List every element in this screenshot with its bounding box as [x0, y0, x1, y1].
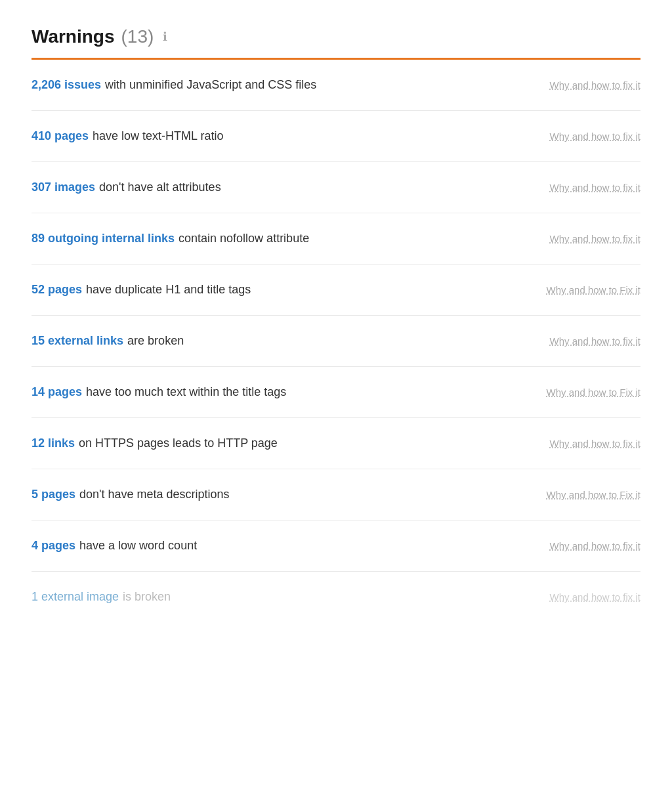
warning-description: are broken [127, 334, 184, 348]
fix-link[interactable]: Why and how to fix it [550, 540, 640, 551]
warning-description: on HTTPS pages leads to HTTP page [79, 436, 278, 450]
warning-description: don't have meta descriptions [79, 488, 230, 501]
warning-description: have too much text within the title tags [86, 385, 286, 399]
main-container: Warnings (13) ℹ 2,206 issues with unmini… [0, 0, 672, 648]
warning-text: 410 pages have low text-HTML ratio [32, 129, 539, 143]
fix-link[interactable]: Why and how to fix it [550, 233, 640, 244]
warning-text: 15 external links are broken [32, 334, 539, 348]
warning-count: (13) [121, 26, 154, 47]
warning-count-link[interactable]: 5 pages [32, 488, 75, 501]
warning-count-link[interactable]: 15 external links [32, 334, 123, 348]
warning-count-link[interactable]: 4 pages [32, 539, 75, 553]
fix-link[interactable]: Why and how to fix it [550, 131, 640, 142]
warning-count-link[interactable]: 12 links [32, 436, 75, 450]
warning-description: is broken [123, 590, 171, 604]
warning-text: 307 images don't have alt attributes [32, 180, 539, 194]
warning-count-link[interactable]: 52 pages [32, 283, 82, 297]
warning-item: 4 pages have a low word countWhy and how… [32, 520, 640, 572]
warning-text: 4 pages have a low word count [32, 539, 539, 553]
warning-count-link[interactable]: 1 external image [32, 590, 119, 604]
warning-text: 1 external image is broken [32, 590, 539, 604]
warning-count-link[interactable]: 410 pages [32, 129, 89, 143]
section-header: Warnings (13) ℹ [32, 26, 640, 47]
warning-count-link[interactable]: 2,206 issues [32, 78, 101, 92]
warning-item: 307 images don't have alt attributesWhy … [32, 162, 640, 213]
warning-count-link[interactable]: 307 images [32, 180, 95, 194]
warning-item: 52 pages have duplicate H1 and title tag… [32, 265, 640, 316]
warning-count-link[interactable]: 89 outgoing internal links [32, 232, 175, 245]
warning-text: 89 outgoing internal links contain nofol… [32, 232, 539, 245]
fix-link[interactable]: Why and how to Fix it [547, 284, 640, 295]
fix-link[interactable]: Why and how to fix it [550, 335, 640, 347]
warning-item: 410 pages have low text-HTML ratioWhy an… [32, 111, 640, 162]
fix-link[interactable]: Why and how to Fix it [547, 489, 640, 500]
warning-description: with unminified JavaScript and CSS files [105, 78, 316, 92]
warning-item: 1 external image is brokenWhy and how to… [32, 572, 640, 622]
warning-item: 2,206 issues with unminified JavaScript … [32, 60, 640, 111]
warning-count-link[interactable]: 14 pages [32, 385, 82, 399]
warning-text: 52 pages have duplicate H1 and title tag… [32, 283, 536, 297]
fix-link[interactable]: Why and how to fix it [550, 182, 640, 193]
warning-description: have duplicate H1 and title tags [86, 283, 251, 297]
warning-text: 12 links on HTTPS pages leads to HTTP pa… [32, 436, 539, 450]
fix-link[interactable]: Why and how to Fix it [547, 387, 640, 398]
info-icon[interactable]: ℹ [163, 30, 167, 44]
warning-item: 15 external links are brokenWhy and how … [32, 316, 640, 367]
warning-item: 14 pages have too much text within the t… [32, 367, 640, 418]
fix-link[interactable]: Why and how to fix it [550, 438, 640, 449]
warning-text: 5 pages don't have meta descriptions [32, 488, 536, 501]
section-title: Warnings [32, 26, 115, 47]
warning-text: 14 pages have too much text within the t… [32, 385, 536, 399]
warning-item: 5 pages don't have meta descriptionsWhy … [32, 469, 640, 520]
warnings-list: 2,206 issues with unminified JavaScript … [32, 60, 640, 622]
warning-item: 89 outgoing internal links contain nofol… [32, 213, 640, 265]
fix-link[interactable]: Why and how to fix it [550, 591, 640, 603]
warning-text: 2,206 issues with unminified JavaScript … [32, 78, 539, 92]
fix-link[interactable]: Why and how to fix it [550, 79, 640, 91]
warning-description: contain nofollow attribute [178, 232, 309, 245]
warning-description: don't have alt attributes [99, 180, 221, 194]
warning-item: 12 links on HTTPS pages leads to HTTP pa… [32, 418, 640, 469]
warning-description: have low text-HTML ratio [93, 129, 223, 143]
warning-description: have a low word count [79, 539, 197, 553]
